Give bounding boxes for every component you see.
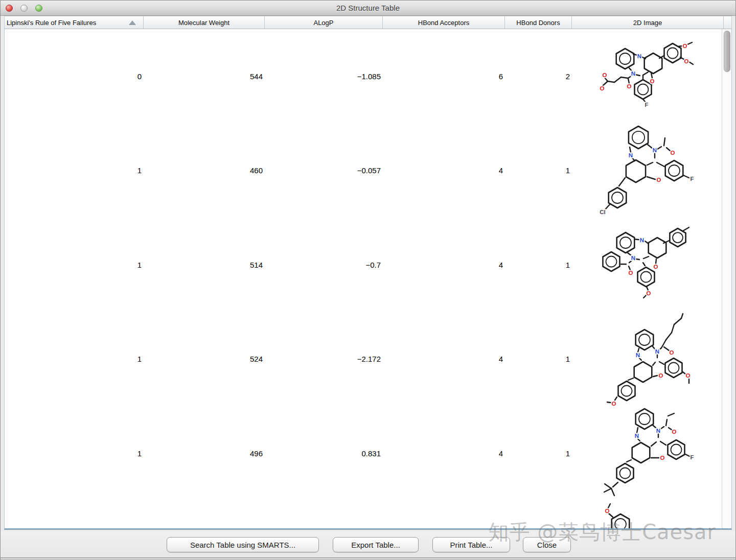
svg-text:N: N — [653, 147, 657, 153]
svg-text:O: O — [660, 455, 665, 461]
cell-hbond-donors: 1 — [505, 261, 572, 269]
svg-text:Cl: Cl — [600, 209, 606, 215]
sort-ascending-icon — [129, 20, 136, 25]
cell-lipinski-failures: 1 — [5, 166, 144, 175]
column-header-lipinski[interactable]: Lipinski's Rule of Five Failures — [5, 16, 144, 29]
cell-alogp: −0.057 — [265, 166, 383, 175]
svg-text:O: O — [647, 290, 651, 296]
cell-alogp: 0.831 — [265, 449, 383, 458]
molecule-structure-image: NNOOOOOOF — [572, 29, 722, 124]
svg-text:O: O — [629, 270, 633, 276]
svg-text:N: N — [629, 152, 633, 158]
column-header-hbond-donors[interactable]: HBond Donors — [505, 16, 572, 29]
cell-alogp: −1.085 — [265, 72, 383, 81]
structure-table-window: 2D Structure Table Lipinski's Rule of Fi… — [0, 0, 736, 560]
svg-text:O: O — [686, 372, 691, 379]
column-header-2d-image[interactable]: 2D Image — [572, 16, 724, 29]
molecule-structure-image: NNOOOO — [572, 312, 722, 407]
molecule-structure-image: NNOOO — [572, 218, 722, 312]
table-body: 0 544 −1.085 6 2 NNOOOOOOF 1 460 −0.057 … — [4, 29, 732, 530]
svg-text:F: F — [690, 176, 694, 182]
watermark-text: 知乎 @菜鸟博士Caesar — [488, 518, 716, 546]
svg-text:F: F — [645, 102, 648, 108]
cell-molecular-weight: 524 — [144, 355, 265, 363]
svg-text:O: O — [659, 372, 663, 379]
cell-molecular-weight: 514 — [144, 261, 265, 269]
table-row[interactable]: 1 524 −2.172 4 1 NNOOOO — [5, 312, 722, 407]
cell-hbond-donors: 1 — [505, 166, 572, 175]
svg-text:O: O — [650, 78, 655, 84]
svg-text:N: N — [631, 255, 635, 261]
molecule-structure-image: NNOOF — [572, 406, 722, 501]
cell-lipinski-failures: 1 — [5, 261, 144, 269]
svg-text:N: N — [640, 237, 644, 243]
cell-hbond-donors: 1 — [505, 449, 572, 458]
table-row[interactable]: 0 544 −1.085 6 2 NNOOOOOOF — [5, 29, 722, 124]
svg-text:F: F — [690, 454, 694, 460]
cell-hbond-donors: 2 — [505, 72, 572, 81]
cell-alogp: −0.7 — [265, 261, 383, 269]
export-table-button[interactable]: Export Table... — [333, 537, 419, 552]
svg-text:N: N — [635, 433, 639, 439]
column-header-molecular-weight[interactable]: Molecular Weight — [144, 16, 265, 29]
svg-text:O: O — [670, 349, 674, 356]
svg-text:O: O — [603, 72, 607, 78]
cell-lipinski-failures: 1 — [5, 355, 144, 363]
window-title: 2D Structure Table — [1, 1, 735, 16]
window-footer-edge — [1, 557, 735, 560]
cell-hbond-acceptors: 4 — [383, 449, 505, 458]
table-row[interactable]: 1 460 −0.057 4 1 NNOOFCl — [5, 124, 722, 218]
column-header-hbond-acceptors[interactable]: HBond Acceptors — [383, 16, 505, 29]
molecule-structure-image: NNOOFCl — [572, 124, 722, 218]
column-header-alogp[interactable]: ALogP — [265, 16, 383, 29]
svg-text:N: N — [655, 348, 659, 355]
cell-hbond-acceptors: 4 — [383, 355, 505, 363]
table-row[interactable]: 1 514 −0.7 4 1 NNOOO — [5, 218, 722, 312]
svg-text:N: N — [636, 352, 640, 358]
search-smarts-button[interactable]: Search Table using SMARTS... — [167, 537, 319, 552]
table-row[interactable]: 1 496 0.831 4 1 NNOOF — [5, 406, 722, 501]
svg-text:O: O — [671, 150, 675, 156]
table-rows: 0 544 −1.085 6 2 NNOOOOOOF 1 460 −0.057 … — [5, 29, 722, 528]
svg-text:N: N — [656, 428, 660, 434]
svg-text:O: O — [627, 83, 632, 89]
svg-text:O: O — [605, 508, 610, 514]
cell-molecular-weight: 496 — [144, 449, 265, 458]
svg-text:O: O — [612, 401, 616, 407]
svg-text:O: O — [600, 85, 605, 91]
svg-text:O: O — [684, 58, 689, 64]
scrollbar-thumb[interactable] — [724, 31, 730, 72]
cell-alogp: −2.172 — [265, 355, 383, 363]
cell-molecular-weight: 544 — [144, 72, 265, 81]
cell-lipinski-failures: 0 — [5, 72, 144, 81]
column-header-corner — [724, 16, 731, 29]
vertical-scrollbar[interactable] — [722, 29, 731, 528]
svg-text:O: O — [654, 264, 658, 270]
cell-molecular-weight: 460 — [144, 166, 265, 175]
svg-text:N: N — [631, 71, 635, 77]
cell-hbond-acceptors: 4 — [383, 166, 505, 175]
svg-text:O: O — [683, 43, 687, 49]
cell-hbond-acceptors: 6 — [383, 72, 505, 81]
svg-text:O: O — [672, 429, 677, 435]
cell-hbond-acceptors: 4 — [383, 261, 505, 269]
title-bar[interactable]: 2D Structure Table — [1, 1, 735, 16]
table-header: Lipinski's Rule of Five Failures Molecul… — [4, 16, 732, 29]
cell-lipinski-failures: 1 — [5, 449, 144, 458]
cell-hbond-donors: 1 — [505, 355, 572, 363]
svg-text:O: O — [657, 177, 661, 183]
svg-text:N: N — [637, 53, 641, 59]
